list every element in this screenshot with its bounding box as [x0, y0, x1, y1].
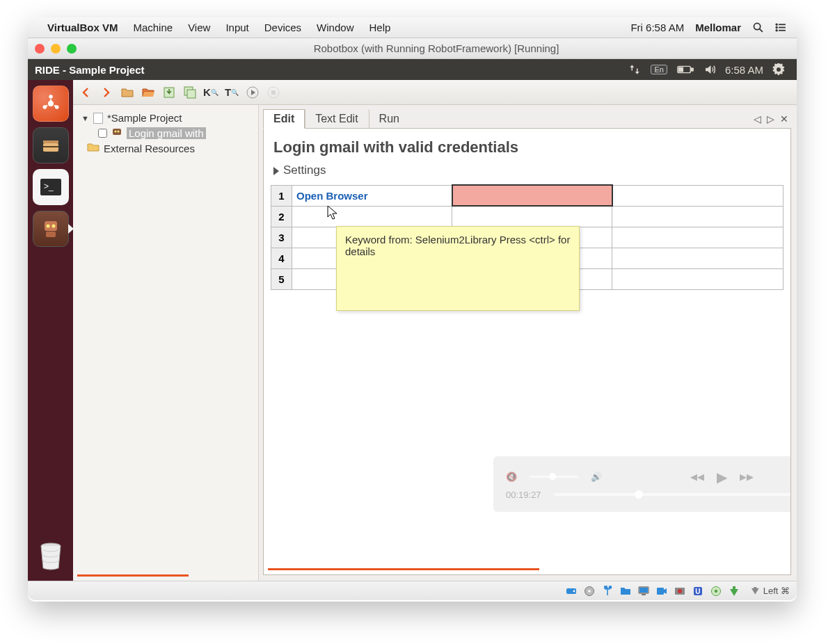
status-video-capture-icon[interactable] — [656, 585, 668, 597]
tree-external-resources[interactable]: External Resources — [77, 141, 254, 156]
status-usb-icon[interactable] — [602, 585, 614, 597]
project-tree: ▼ *Sample Project Login gmail with — [73, 105, 259, 581]
forward-icon: ▶▶ — [740, 472, 754, 482]
status-mouse-integration-icon[interactable] — [729, 585, 740, 597]
terminal-icon[interactable]: >_ — [33, 169, 69, 205]
grid-row-header[interactable]: 3 — [271, 227, 292, 248]
stop-icon[interactable] — [267, 86, 280, 99]
editor-pane: Edit Text Edit Run ◁ ▷ ✕ Login gmail wit… — [259, 105, 797, 581]
svg-point-7 — [776, 30, 777, 31]
menu-input[interactable]: Input — [225, 22, 248, 33]
status-guest-additions-icon[interactable] — [710, 585, 722, 597]
grid-cell[interactable] — [612, 248, 784, 268]
grid-cell[interactable] — [452, 206, 612, 227]
ubuntu-top-panel: RIDE - Sample Project En 6:58 AM — [28, 59, 797, 80]
grid-cell-selected[interactable] — [452, 185, 612, 206]
grid-row-header[interactable]: 2 — [271, 206, 292, 227]
spotlight-icon[interactable] — [752, 22, 764, 33]
keyword-search-icon[interactable]: K🔍 — [204, 86, 218, 99]
open-folder-icon[interactable] — [141, 86, 155, 99]
svg-point-5 — [776, 24, 777, 25]
testcase-title: Login gmail with valid credentials — [273, 138, 784, 156]
volume-icon[interactable] — [703, 63, 716, 76]
svg-point-46 — [678, 589, 682, 593]
grid-cell[interactable] — [612, 185, 784, 206]
svg-rect-10 — [679, 67, 683, 72]
tree-testcase[interactable]: Login gmail with — [77, 125, 254, 141]
status-cd-icon[interactable] — [584, 585, 596, 597]
forward-icon[interactable] — [100, 86, 113, 99]
mute-icon: 🔇 — [506, 472, 517, 482]
menubar-user[interactable]: Mellomar — [695, 22, 741, 33]
svg-rect-31 — [271, 90, 276, 95]
grid-row-header[interactable]: 4 — [271, 248, 292, 268]
window-zoom-icon[interactable] — [67, 44, 77, 54]
grid-cell-keyword[interactable]: Open Browser — [292, 185, 452, 206]
svg-rect-43 — [642, 594, 646, 595]
tree-root-label: *Sample Project — [107, 112, 182, 124]
grid-cell[interactable] — [612, 227, 784, 248]
network-updown-icon[interactable] — [628, 63, 641, 76]
tab-edit[interactable]: Edit — [263, 109, 305, 129]
save-all-icon[interactable] — [183, 86, 197, 99]
gear-icon[interactable] — [772, 63, 785, 76]
robot-app-icon[interactable] — [33, 211, 69, 247]
grid-row-header[interactable]: 5 — [271, 268, 292, 289]
run-icon[interactable] — [246, 86, 260, 99]
folder-icon — [87, 143, 100, 154]
open-file-icon[interactable] — [120, 86, 134, 99]
status-vrde-icon[interactable]: U — [692, 585, 704, 597]
panel-clock[interactable]: 6:58 AM — [725, 64, 763, 76]
grid-cell[interactable] — [292, 206, 452, 227]
rewind-icon: ◀◀ — [690, 472, 704, 482]
menu-devices[interactable]: Devices — [264, 22, 301, 33]
window-minimize-icon[interactable] — [51, 44, 61, 54]
battery-icon[interactable] — [677, 65, 694, 74]
menu-window[interactable]: Window — [317, 22, 353, 33]
svg-rect-17 — [43, 146, 58, 147]
svg-point-12 — [49, 95, 53, 99]
text-search-icon[interactable]: T🔍 — [225, 86, 239, 99]
dash-icon[interactable] — [33, 86, 69, 122]
suite-icon — [93, 113, 103, 124]
trash-icon[interactable] — [33, 538, 69, 574]
grid-cell[interactable] — [612, 206, 784, 227]
testcase-checkbox[interactable] — [98, 129, 107, 138]
save-icon[interactable] — [162, 86, 176, 99]
menubar-clock[interactable]: Fri 6:58 AM — [630, 22, 684, 33]
tab-run[interactable]: Run — [369, 109, 410, 129]
status-display-icon[interactable] — [638, 585, 650, 597]
svg-rect-15 — [43, 140, 58, 143]
tab-text-edit[interactable]: Text Edit — [305, 109, 368, 129]
svg-point-38 — [588, 590, 591, 593]
svg-point-36 — [573, 590, 575, 592]
status-shared-folder-icon[interactable] — [620, 585, 632, 597]
robot-icon — [111, 127, 122, 140]
grid-cell[interactable] — [612, 268, 784, 289]
vm-window-title: Robotbox (with Running RobotFramework) [… — [83, 42, 790, 54]
window-close-icon[interactable] — [35, 44, 45, 54]
files-icon[interactable] — [33, 127, 69, 163]
grid-row-header[interactable]: 1 — [271, 185, 292, 206]
svg-point-50 — [715, 589, 718, 593]
tab-nav-prev-icon[interactable]: ◁ — [751, 113, 764, 124]
tree-root[interactable]: ▼ *Sample Project — [77, 111, 254, 125]
menu-help[interactable]: Help — [369, 22, 390, 33]
keyboard-lang-indicator[interactable]: En — [651, 65, 667, 74]
collapse-icon[interactable]: ▼ — [81, 114, 89, 122]
menu-list-icon[interactable] — [775, 22, 787, 33]
back-icon[interactable] — [79, 86, 93, 99]
tab-nav-next-icon[interactable]: ▷ — [764, 113, 777, 124]
tab-close-icon[interactable]: ✕ — [777, 113, 791, 124]
svg-rect-32 — [113, 129, 121, 135]
menu-app[interactable]: VirtualBox VM — [47, 22, 118, 33]
settings-toggle[interactable]: Settings — [273, 163, 784, 177]
status-hdd-icon[interactable] — [566, 585, 578, 597]
svg-point-6 — [776, 27, 777, 29]
expand-icon — [273, 167, 279, 175]
svg-point-40 — [610, 586, 612, 588]
svg-point-34 — [118, 131, 120, 133]
menu-machine[interactable]: Machine — [133, 22, 173, 33]
menu-view[interactable]: View — [188, 22, 210, 33]
status-recording-icon[interactable] — [674, 585, 686, 597]
